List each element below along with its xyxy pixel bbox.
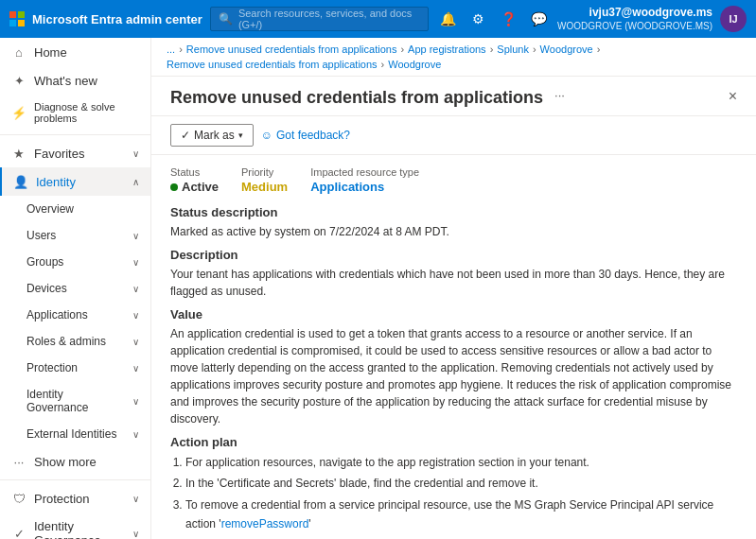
sidebar-item-label: Protection xyxy=(26,361,78,374)
feedback-icon[interactable]: 💬 xyxy=(527,8,550,30)
app-brand: Microsoft Entra admin center xyxy=(32,12,202,26)
chevron-down-icon: ▾ xyxy=(238,130,243,140)
protection-icon: 🛡 xyxy=(11,491,26,506)
sidebar-item-identity-governance[interactable]: ✓ Identity Governance ∨ xyxy=(0,513,150,539)
breadcrumb-link-2[interactable]: App registrations xyxy=(408,43,486,55)
app-logo xyxy=(9,11,25,26)
sidebar-item-whatsnew[interactable]: ✦ What's new xyxy=(0,66,150,95)
breadcrumb-sep: › xyxy=(597,43,601,55)
breadcrumb-sep: › xyxy=(533,43,536,55)
search-placeholder-text: Search resources, services, and docs (G+… xyxy=(238,8,420,30)
notification-icon[interactable]: 🔔 xyxy=(436,8,459,30)
chevron-down-icon: ∨ xyxy=(132,396,139,407)
chevron-down-icon: ∨ xyxy=(132,257,139,268)
sidebar-item-show-more[interactable]: ··· Show more xyxy=(0,447,150,476)
sidebar-item-home[interactable]: ⌂ Home xyxy=(0,38,150,66)
sidebar-divider xyxy=(0,134,150,135)
chevron-down-icon: ∨ xyxy=(132,148,139,159)
breadcrumb-link-4[interactable]: Woodgrove xyxy=(540,43,593,55)
global-search-box[interactable]: 🔍 Search resources, services, and docs (… xyxy=(210,7,429,31)
chevron-down-icon: ∨ xyxy=(132,310,139,321)
sidebar-item-groups[interactable]: Groups ∨ xyxy=(0,249,150,275)
list-item: To remove a credential from a service pr… xyxy=(185,496,737,534)
page-header: Remove unused credentials from applicati… xyxy=(151,77,756,116)
sidebar-item-overview[interactable]: Overview xyxy=(0,196,150,222)
page-toolbar: ✓ Mark as ▾ ☺ Got feedback? xyxy=(151,116,756,155)
sidebar-item-label: Identity Governance xyxy=(34,519,125,539)
priority-label: Priority xyxy=(241,166,288,178)
breadcrumb-link-6[interactable]: Woodgrove xyxy=(388,59,441,70)
sidebar-item-users[interactable]: Users ∨ xyxy=(0,222,150,249)
breadcrumb-sep: › xyxy=(179,43,183,55)
resource-type-block: Impacted resource type Applications xyxy=(310,166,419,194)
status-value: Active xyxy=(170,180,219,194)
status-dot xyxy=(170,183,178,191)
remove-password-link[interactable]: removePassword xyxy=(221,517,309,530)
star-icon: ★ xyxy=(11,146,26,161)
smiley-icon: ☺ xyxy=(261,129,273,142)
resource-type-value: Applications xyxy=(310,180,419,194)
breadcrumb-sep: › xyxy=(490,43,494,55)
mark-as-icon: ✓ xyxy=(181,129,190,142)
sidebar: ⌂ Home ✦ What's new ⚡ Diagnose & solve p… xyxy=(0,38,151,539)
sidebar-item-label: Groups xyxy=(26,255,63,269)
avatar[interactable]: IJ xyxy=(720,6,747,32)
value-text: An application credential is used to get… xyxy=(170,325,737,427)
sidebar-item-roles[interactable]: Roles & admins ∨ xyxy=(0,328,150,355)
identity-icon: 👤 xyxy=(13,174,28,189)
list-item: For application resources, navigate to t… xyxy=(185,453,737,472)
sidebar-item-label: Identity Governance xyxy=(26,388,125,414)
sidebar-item-protection[interactable]: 🛡 Protection ∨ xyxy=(0,484,150,513)
chevron-down-icon: ∨ xyxy=(132,494,139,504)
main-content: ... › Remove unused credentials from app… xyxy=(151,38,756,539)
sidebar-item-label: Diagnose & solve problems xyxy=(34,101,139,124)
breadcrumb-link-3[interactable]: Splunk xyxy=(497,43,529,55)
sidebar-item-label: Overview xyxy=(26,202,74,216)
settings-icon[interactable]: ⚙ xyxy=(466,8,489,30)
search-icon: 🔍 xyxy=(219,12,233,26)
breadcrumb-ellipsis[interactable]: ... xyxy=(167,43,175,55)
action-plan-title: Action plan xyxy=(170,435,737,449)
status-block: Status Active xyxy=(170,166,219,194)
sidebar-item-label: Roles & admins xyxy=(26,335,106,348)
sidebar-item-identity[interactable]: 👤 Identity ∧ xyxy=(0,167,150,196)
more-icon: ··· xyxy=(11,454,26,469)
governance-icon: ✓ xyxy=(11,526,26,539)
breadcrumb-link-5[interactable]: Remove unused credentials from applicati… xyxy=(167,59,378,70)
sidebar-item-diagnose[interactable]: ⚡ Diagnose & solve problems xyxy=(0,95,150,130)
status-section: Status Active Priority Medium Impacted r… xyxy=(151,155,756,539)
sidebar-item-label: Devices xyxy=(26,282,67,295)
chevron-down-icon: ∨ xyxy=(132,363,139,374)
info-icon[interactable]: ··· xyxy=(554,88,565,102)
sidebar-item-devices[interactable]: Devices ∨ xyxy=(0,275,150,302)
status-desc-title: Status description xyxy=(170,205,737,219)
sidebar-divider-2 xyxy=(0,479,150,480)
description-title: Description xyxy=(170,248,737,262)
sidebar-item-label: Show more xyxy=(34,455,97,469)
diagnose-icon: ⚡ xyxy=(11,105,26,120)
sidebar-item-protection-sub[interactable]: Protection ∨ xyxy=(0,355,150,381)
chevron-down-icon: ∨ xyxy=(132,337,139,347)
value-title: Value xyxy=(170,307,737,322)
status-label: Status xyxy=(170,166,219,178)
help-icon[interactable]: ❓ xyxy=(497,8,519,30)
sidebar-item-label: External Identities xyxy=(26,427,116,441)
sidebar-item-favorites[interactable]: ★ Favorites ∨ xyxy=(0,139,150,167)
topbar-right: 🔔 ⚙ ❓ 💬 ivju37@woodgrove.ms WOODGROVE (W… xyxy=(436,6,747,33)
sidebar-item-applications[interactable]: Applications ∨ xyxy=(0,302,150,328)
sidebar-item-label: Users xyxy=(26,229,56,242)
sidebar-item-external-identities[interactable]: External Identities ∨ xyxy=(0,421,150,447)
chevron-down-icon: ∨ xyxy=(132,429,139,440)
close-button[interactable]: × xyxy=(729,88,737,105)
priority-value: Medium xyxy=(241,180,288,194)
sidebar-item-identity-governance-sub[interactable]: Identity Governance ∨ xyxy=(0,381,150,421)
priority-block: Priority Medium xyxy=(241,166,288,194)
breadcrumb-link-1[interactable]: Remove unused credentials from applicati… xyxy=(186,43,397,55)
sidebar-item-label: Home xyxy=(34,45,67,60)
feedback-button[interactable]: ☺ Got feedback? xyxy=(261,129,350,142)
chevron-down-icon: ∨ xyxy=(132,284,139,294)
home-icon: ⌂ xyxy=(11,44,26,60)
mark-as-button[interactable]: ✓ Mark as ▾ xyxy=(170,124,254,147)
ms-logo-icon xyxy=(9,11,25,26)
sidebar-item-label: Identity xyxy=(36,175,76,189)
